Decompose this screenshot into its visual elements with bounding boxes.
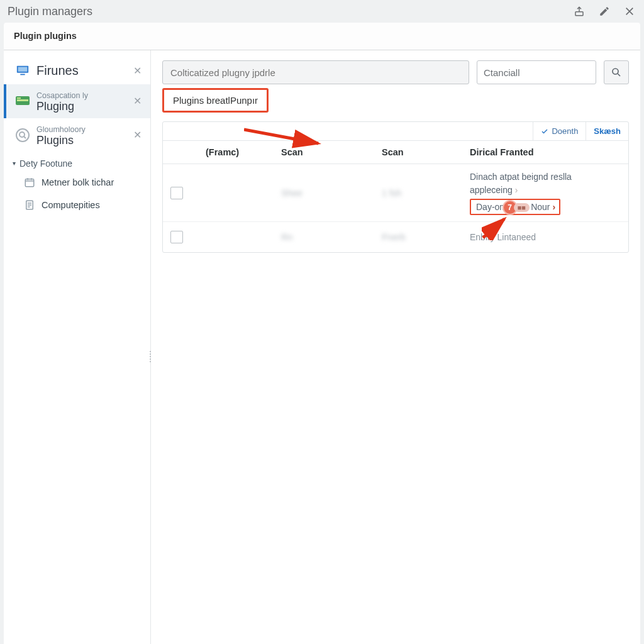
sidebar-item-firunes[interactable]: Firunes ✕: [4, 57, 150, 84]
row-checkbox[interactable]: [170, 231, 183, 243]
table-row[interactable]: Rn Fnerb Enbiry Lintaneed: [163, 222, 628, 252]
column-header[interactable]: Scan: [274, 141, 374, 164]
cell-blurred: Shee: [274, 182, 374, 204]
tree-item-label: Computepities: [42, 200, 100, 210]
row-info: Dinach atpat beignd reslla: [470, 172, 572, 182]
column-header[interactable]: Dirical Franted: [462, 141, 628, 164]
sidebar-item-pluging[interactable]: Cosapcation ly Pluging ✕: [4, 84, 150, 118]
highlighted-link[interactable]: Day-omied at Nour›: [470, 199, 560, 215]
export-icon[interactable]: [572, 4, 586, 18]
close-icon[interactable]: [623, 4, 636, 18]
filter-input[interactable]: [477, 60, 596, 84]
sidebar-item-label: Firunes: [36, 64, 79, 77]
column-header[interactable]: Scan: [374, 141, 462, 164]
svg-point-8: [19, 132, 25, 137]
sidebar-item-label: Pluging: [36, 100, 74, 113]
svg-rect-2: [18, 67, 28, 72]
svg-rect-9: [25, 179, 34, 186]
svg-rect-6: [17, 97, 21, 99]
tree-header[interactable]: Dety Footune: [4, 152, 150, 171]
svg-rect-5: [17, 99, 28, 101]
tree-item-computepities[interactable]: Computepities: [4, 194, 150, 216]
calendar-icon: [23, 176, 36, 189]
close-icon[interactable]: ✕: [131, 65, 144, 77]
sidebar-item-sup: Cosapcation ly: [36, 91, 88, 100]
tree-item-metner[interactable]: Metner bolk tichar: [4, 171, 150, 194]
callout-box: Plugins breatlPunpır: [162, 88, 269, 113]
close-icon[interactable]: ✕: [131, 129, 144, 141]
sidebar: Firunes ✕ Cosapcation ly Pluging ✕ Gloum…: [4, 50, 151, 644]
row-info: Enbiry Lintaneed: [462, 226, 628, 248]
svg-rect-3: [20, 74, 25, 75]
skash-action[interactable]: Skæsh: [586, 122, 628, 140]
card-icon: [13, 92, 33, 110]
cell-blurred: 1 fsh: [374, 182, 462, 204]
tab-plugin-plugins[interactable]: Plugin plugins: [14, 31, 77, 47]
cell-blurred: Rn: [274, 226, 374, 248]
cell-blurred: Fnerb: [374, 226, 462, 248]
sidebar-item-sup: Gloumholoory: [36, 125, 86, 134]
row-info-extra: appleceing: [470, 185, 513, 195]
svg-point-7: [16, 129, 29, 142]
edit-icon[interactable]: [597, 4, 611, 18]
tab-strip: Plugin plugins: [4, 23, 640, 50]
svg-point-11: [613, 69, 618, 74]
search-input[interactable]: [162, 60, 469, 84]
row-checkbox[interactable]: [170, 187, 183, 199]
column-header[interactable]: (Framc): [198, 141, 274, 164]
search-button[interactable]: [604, 60, 629, 84]
doenth-action[interactable]: Doenth: [533, 122, 586, 140]
sidebar-item-label: Plugins: [36, 134, 74, 147]
search-circle-icon: [13, 126, 33, 144]
tree-item-label: Metner bolk tichar: [42, 177, 114, 187]
table-row[interactable]: Shee 1 fsh Dinach atpat beignd reslla ap…: [163, 164, 628, 222]
sidebar-item-plugins[interactable]: Gloumholoory Plugins ✕: [4, 118, 150, 152]
svg-rect-0: [575, 12, 583, 16]
close-icon[interactable]: ✕: [131, 95, 144, 107]
main-panel: Plugins breatlPunpır Doenth Skæsh (Framc…: [151, 50, 640, 644]
results-table: Doenth Skæsh (Framc) Scan Scan Dirical F…: [162, 121, 629, 253]
monitor-icon: [13, 62, 33, 79]
page-title: Plugin managers: [8, 5, 92, 18]
document-icon: [23, 199, 36, 211]
